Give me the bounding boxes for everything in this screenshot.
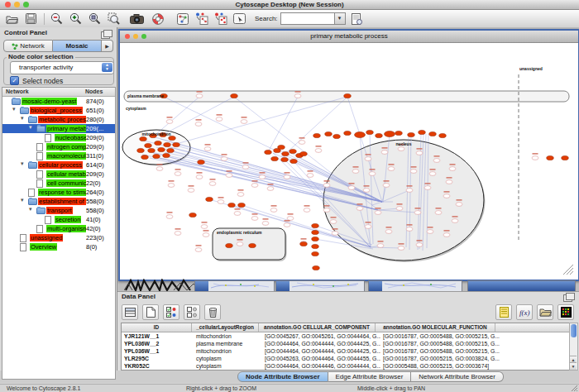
table-row[interactable]: YKR052Ccytoplasm[GO:0044464, GO:0044446,… — [122, 362, 571, 370]
resize-grip-icon[interactable] — [571, 385, 578, 392]
tree-row[interactable]: multi-organism pro42(0) — [2, 224, 115, 233]
tab-edge-attribute-browser[interactable]: Edge Attribute Browser — [328, 371, 412, 382]
table-cell: cytoplasm — [194, 355, 262, 362]
table-row[interactable]: YLR295Ccytoplasm[GO:0045263, GO:0044464,… — [122, 355, 571, 362]
column-header[interactable]: _cellularLayoutRegion — [192, 323, 259, 332]
tab-network[interactable]: Network — [3, 40, 53, 52]
column-header[interactable]: annotation.GO MOLECULAR_FUNCTION — [376, 323, 495, 332]
table-cell: YJR121W__1 — [122, 332, 194, 340]
column-header[interactable]: ID — [122, 323, 192, 332]
table-row[interactable]: YJR121W__1mitochondrion[GO:0045267, GO:0… — [122, 332, 571, 340]
vizmapper-edges-icon[interactable] — [213, 12, 228, 26]
help-icon[interactable] — [151, 12, 165, 26]
tree-row[interactable]: unassigned223(0) — [2, 233, 115, 242]
expand-arrow-icon[interactable]: ▾ — [21, 160, 24, 167]
network-graph[interactable]: plasma membranecytoplasmmitochondrionnuc… — [120, 43, 575, 276]
attribute-table-icon[interactable] — [122, 304, 138, 320]
tree-row-node-count: 651(0) — [86, 107, 104, 114]
folder-icon — [36, 126, 45, 132]
tree-row[interactable]: ▾metabolic process280(0) — [2, 115, 115, 124]
search-dropdown-arrow[interactable]: ▼ — [335, 12, 346, 25]
tree-row-label: response to stimul — [38, 189, 86, 196]
minimized-window[interactable] — [467, 280, 576, 291]
tree-row[interactable]: nitrogen compo209(0) — [2, 142, 115, 151]
tree-row[interactable]: cellular metabo209(0) — [2, 170, 115, 179]
attribute-table-header: ID_cellularLayoutRegionannotation.GO CEL… — [122, 323, 571, 332]
expand-arrow-icon[interactable]: ▾ — [12, 106, 16, 112]
tree-row[interactable]: secretion41(0) — [2, 215, 115, 224]
tree-row[interactable]: response to stimul264(0) — [2, 188, 115, 197]
zoom-selected-icon[interactable] — [106, 12, 121, 26]
function-builder-icon[interactable]: f(x) — [516, 304, 533, 320]
data-panel-toolbar: f(x) — [117, 302, 579, 322]
tree-row[interactable]: cell communicat22(0) — [2, 179, 115, 188]
table-cell: [GO:0044464, GO:0044444, GO:0044425, G..… — [262, 347, 380, 355]
scroll-down-icon[interactable]: ▼ — [570, 362, 577, 370]
network-window-titlebar[interactable]: primary metabolic process — [120, 31, 578, 43]
tree-row[interactable]: ▾establishment of lo558(0) — [2, 197, 115, 206]
notes-icon[interactable] — [495, 304, 512, 320]
svg-text:mitochondrion: mitochondrion — [142, 131, 171, 136]
tree-row[interactable]: ▾biological_process651(0) — [2, 106, 115, 115]
tree-row-node-count: 280(0) — [86, 116, 104, 123]
float-data-panel-icon[interactable] — [563, 294, 572, 302]
attribute-table[interactable]: ID_cellularLayoutRegionannotation.GO CEL… — [121, 323, 572, 370]
tab-network-attribute-browser[interactable]: Network Attribute Browser — [411, 371, 503, 382]
node-color-dropdown[interactable]: transporter activity ▲▼ — [10, 61, 114, 74]
tree-row[interactable]: macromolecule311(0) — [2, 151, 115, 160]
network-file-icon — [45, 134, 51, 142]
import-attributes-icon[interactable] — [537, 304, 553, 320]
tree-row[interactable]: nucleobase-209(0) — [2, 133, 115, 142]
tree-row-node-count: 209(... — [86, 125, 103, 132]
search-input[interactable] — [280, 12, 335, 25]
float-panel-icon[interactable] — [101, 31, 110, 39]
vizmapper-nodes-icon[interactable] — [194, 12, 209, 26]
network-canvas[interactable]: plasma membranecytoplasmmitochondrionnuc… — [120, 43, 575, 276]
minimized-window[interactable] — [194, 280, 275, 291]
unselect-attributes-icon[interactable] — [184, 304, 200, 320]
scrollbar-thumb[interactable] — [571, 324, 577, 337]
tab-overflow-button[interactable]: ▶ — [102, 40, 113, 52]
tree-row-label: macromolecule — [46, 152, 86, 160]
attribute-matrix-icon[interactable] — [557, 304, 574, 320]
tree-row[interactable]: ▾cellular process614(0) — [2, 160, 115, 170]
expand-arrow-icon[interactable]: ▾ — [29, 206, 32, 213]
tree-row-label: establishment of lo — [38, 198, 86, 205]
tree-row[interactable]: Overview8(0) — [2, 242, 115, 251]
annotations-icon[interactable] — [232, 12, 246, 26]
save-icon[interactable] — [23, 12, 38, 26]
table-cell: [GO:0005488, GO:0005215, GO:0003674] — [380, 362, 502, 370]
zoom-out-icon[interactable] — [49, 12, 64, 26]
network-window[interactable]: primary metabolic process plasma membran… — [118, 29, 579, 281]
select-nodes-checkbox[interactable]: ✓ — [10, 76, 19, 85]
open-icon[interactable] — [4, 12, 19, 26]
tree-row[interactable]: ▾transport558(0) — [2, 206, 115, 215]
snapshot-icon[interactable] — [129, 12, 144, 26]
select-attributes-icon[interactable] — [163, 304, 179, 320]
column-header[interactable]: annotation.GO CELLULAR_COMPONENT — [259, 323, 376, 332]
tree-header: Network Nodes — [2, 88, 115, 97]
minimized-window-icon — [369, 281, 382, 291]
tree-row[interactable]: ▾primary metabo209(... — [2, 124, 115, 133]
delete-attribute-icon[interactable] — [204, 304, 221, 320]
network-file-icon — [36, 225, 43, 233]
minimized-window[interactable] — [368, 280, 462, 291]
minimized-window[interactable] — [275, 280, 365, 291]
table-row[interactable]: YPL036W__1mitochondrion[GO:0044464, GO:0… — [122, 347, 571, 355]
zoom-fit-icon[interactable] — [87, 12, 102, 26]
expand-arrow-icon[interactable]: ▾ — [29, 124, 32, 131]
network-file-icon — [36, 179, 43, 188]
tree-row-node-count: 22(0) — [86, 179, 101, 187]
table-scrollbar[interactable]: ▲ ▼ — [569, 323, 578, 370]
tab-mosaic[interactable]: Mosaic — [53, 40, 102, 52]
layout-icon[interactable] — [175, 12, 190, 26]
tab-node-attribute-browser[interactable]: Node Attribute Browser — [237, 371, 328, 382]
column-header[interactable] — [495, 323, 571, 332]
table-row[interactable]: YPL036W__2plasma membrane[GO:0044464, GO… — [122, 340, 571, 347]
new-attribute-icon[interactable] — [142, 304, 159, 320]
expand-arrow-icon[interactable]: ▾ — [21, 115, 24, 122]
import-network-icon[interactable] — [350, 12, 365, 26]
zoom-in-icon[interactable] — [68, 12, 83, 26]
expand-arrow-icon[interactable]: ▾ — [21, 197, 24, 203]
tree-row[interactable]: mosaic-demo-yeast874(0) — [2, 97, 115, 106]
